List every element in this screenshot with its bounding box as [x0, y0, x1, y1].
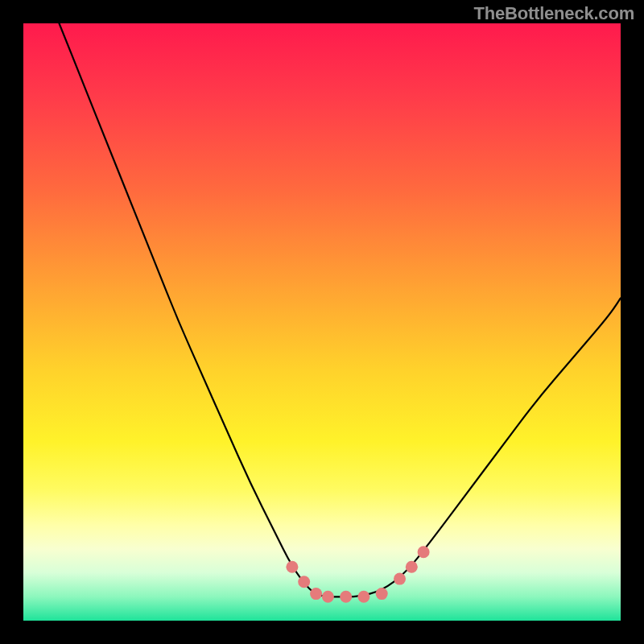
marker-dot [357, 591, 369, 603]
watermark-text: TheBottleneck.com [473, 3, 634, 24]
marker-dot [310, 588, 322, 600]
marker-dot [322, 591, 334, 603]
marker-dot [406, 561, 418, 573]
marker-dot [418, 546, 430, 558]
marker-group [286, 546, 429, 603]
bottleneck-curve [60, 23, 621, 597]
curve-svg [23, 23, 621, 621]
plot-area [23, 23, 621, 621]
chart-frame: TheBottleneck.com [0, 0, 644, 644]
marker-dot [286, 561, 298, 573]
marker-dot [340, 591, 352, 603]
marker-dot [298, 576, 310, 588]
marker-dot [394, 573, 406, 585]
marker-dot [376, 588, 388, 600]
